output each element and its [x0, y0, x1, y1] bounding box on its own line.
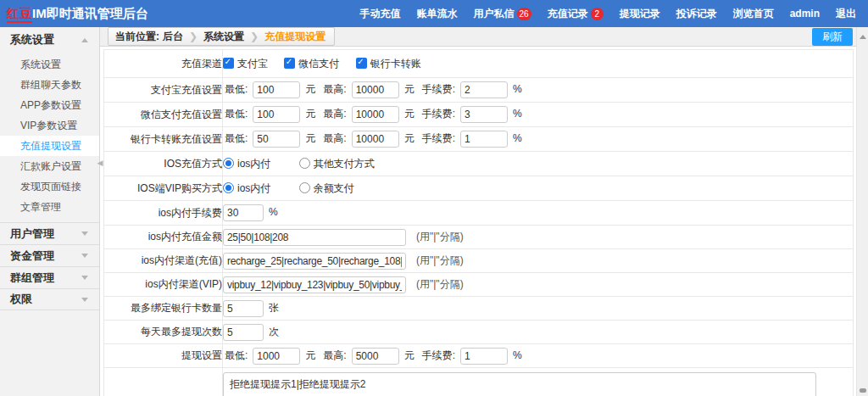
row-reject-withdraw-hint: 拒绝提现提示1|拒绝提现提示2: [104, 368, 854, 396]
sidebar-group-funds-management[interactable]: 资金管理: [0, 244, 99, 266]
wechat-checkbox-option[interactable]: 微信支付: [284, 58, 339, 70]
chevron-down-icon: [81, 254, 88, 258]
sidebar-item-remit-account-settings[interactable]: 汇款账户设置: [0, 156, 99, 176]
row-ios-recharge-mode: IOS充值方式 ios内付 其他支付方式: [104, 152, 854, 176]
chevron-up-icon: [81, 38, 88, 42]
withdraw-max-input[interactable]: [352, 348, 399, 365]
refresh-button[interactable]: 刷新: [812, 28, 853, 46]
top-menu-item-browse-home[interactable]: 浏览首页: [733, 7, 774, 21]
radio-selected-icon[interactable]: [223, 182, 234, 193]
sidebar: 系统设置 系统设置 群组聊天参数 APP参数设置 VIP参数设置 充值提现设置 …: [0, 27, 100, 396]
ios-inapp-radio-option[interactable]: ios内付: [223, 182, 270, 194]
sidebar-group-system-settings[interactable]: 系统设置: [0, 27, 99, 53]
top-menu-item-user-messages[interactable]: 用户私信26: [474, 7, 531, 21]
withdraw-fee-input[interactable]: [460, 348, 508, 365]
row-recharge-channel: 充值渠道 支付宝 微信支付 银行卡转账: [104, 50, 854, 78]
breadcrumb-separator: ❯: [189, 31, 198, 42]
ios-inapp-channel-vip-input[interactable]: [223, 276, 406, 293]
sidebar-item-vip-params[interactable]: VIP参数设置: [0, 115, 99, 136]
balance-payment-radio-option[interactable]: 余额支付: [299, 182, 354, 194]
scrollbar-up-arrow-icon[interactable]: [860, 35, 866, 39]
sidebar-group-permissions[interactable]: 权限: [0, 288, 99, 310]
main-content: 当前位置: 后台 ❯ 系统设置 ❯ 充值提现设置 刷新 充值渠道 支付宝 微信支…: [100, 27, 856, 396]
app-title-rest: IM即时通讯管理后台: [32, 6, 148, 20]
top-menu-item-complaint-records[interactable]: 投诉记录: [676, 7, 717, 21]
max-withdraw-times-input[interactable]: [223, 324, 264, 341]
alipay-max-input[interactable]: [352, 81, 399, 98]
ios-inapp-amounts-input[interactable]: [223, 229, 406, 246]
top-menu-item-manual-recharge[interactable]: 手动充值: [360, 7, 401, 21]
ios-inapp-fee-input[interactable]: [223, 204, 264, 221]
ios-inapp-channel-recharge-input[interactable]: [223, 253, 406, 270]
sidebar-collapse-handle[interactable]: ◀: [95, 153, 105, 173]
wechat-max-input[interactable]: [352, 106, 399, 123]
wechat-min-input[interactable]: [253, 106, 300, 123]
row-ios-inapp-channel-recharge: ios内付渠道(充值) (用"|"分隔): [104, 249, 854, 273]
row-bank-recharge: 银行卡转账充值设置 最低:元最高:元手续费:%: [104, 127, 854, 152]
breadcrumb-item-backend[interactable]: 后台: [163, 30, 183, 44]
max-bank-cards-input[interactable]: [223, 300, 264, 317]
sidebar-group-system-settings-items: 系统设置 群组聊天参数 APP参数设置 VIP参数设置 充值提现设置 汇款账户设…: [0, 53, 99, 222]
ios-inapp-radio-option[interactable]: ios内付: [223, 158, 270, 170]
checkbox-checked-icon[interactable]: [356, 58, 367, 69]
checkbox-checked-icon[interactable]: [284, 58, 295, 69]
field-label: 微信支付充值设置: [104, 103, 223, 127]
breadcrumb-item-current: 充值提现设置: [264, 30, 326, 44]
breadcrumb-separator: ❯: [250, 31, 259, 42]
chevron-down-icon: [81, 231, 88, 236]
top-menu: 手动充值 账单流水 用户私信26 充值记录2 提现记录 投诉记录 浏览首页 ad…: [360, 7, 856, 21]
chevron-down-icon: [81, 276, 88, 280]
breadcrumb-prefix: 当前位置:: [115, 30, 159, 44]
checkbox-checked-icon[interactable]: [223, 58, 234, 69]
field-label: ios内付渠道(充值): [104, 249, 223, 273]
bank-transfer-checkbox-option[interactable]: 银行卡转账: [356, 58, 421, 70]
app-title: 红豆IM即时通讯管理后台: [7, 6, 148, 22]
top-menu-item-withdraw-records[interactable]: 提现记录: [620, 7, 660, 21]
top-menu-item-bill-flow[interactable]: 账单流水: [417, 7, 458, 21]
bank-fee-input[interactable]: [460, 131, 508, 148]
sidebar-item-recharge-withdraw-settings[interactable]: 充值提现设置: [0, 136, 99, 156]
sidebar-item-discover-page-links[interactable]: 发现页面链接: [0, 176, 99, 197]
bank-max-input[interactable]: [352, 131, 399, 148]
bank-min-input[interactable]: [253, 131, 300, 148]
field-label: 每天最多提现次数: [104, 321, 223, 344]
other-payment-radio-option[interactable]: 其他支付方式: [299, 158, 375, 170]
field-label: ios内付充值金额: [104, 226, 223, 249]
breadcrumb-item-system-settings[interactable]: 系统设置: [203, 30, 244, 44]
settings-form: 充值渠道 支付宝 微信支付 银行卡转账 支付宝充值设置 最低:元最高:元手续费:…: [100, 47, 856, 396]
reject-withdraw-hint-textarea[interactable]: 拒绝提现提示1|拒绝提现提示2: [223, 372, 816, 396]
sidebar-group-group-management[interactable]: 群组管理: [0, 266, 99, 288]
sidebar-item-group-chat-params[interactable]: 群组聊天参数: [0, 75, 99, 95]
app-title-brand: 红豆: [7, 6, 32, 23]
sidebar-item-system-settings[interactable]: 系统设置: [0, 54, 99, 75]
sidebar-group-user-management[interactable]: 用户管理: [0, 222, 99, 244]
top-menu-item-logout[interactable]: 退出: [836, 7, 856, 21]
alipay-min-input[interactable]: [253, 81, 300, 98]
field-label: 银行卡转账充值设置: [104, 127, 223, 152]
wechat-fee-input[interactable]: [460, 106, 508, 123]
field-label: 支付宝充值设置: [104, 78, 223, 103]
radio-selected-icon[interactable]: [223, 158, 234, 169]
field-label: IOS端VIP购买方式: [104, 176, 223, 201]
field-label: IOS充值方式: [104, 152, 223, 176]
scrollbar-thumb[interactable]: [860, 388, 866, 393]
field-label: 最多绑定银行卡数量: [104, 297, 223, 321]
top-menu-item-recharge-records[interactable]: 充值记录2: [548, 7, 604, 21]
separator-hint: (用"|"分隔): [416, 254, 464, 266]
top-menu-item-admin[interactable]: admin: [790, 8, 820, 20]
field-label: [104, 368, 223, 396]
row-max-withdraw-times: 每天最多提现次数 次: [104, 321, 854, 344]
radio-unselected-icon[interactable]: [299, 182, 310, 193]
field-label: ios内付渠道(VIP): [104, 273, 223, 297]
sidebar-item-app-params[interactable]: APP参数设置: [0, 95, 99, 115]
withdraw-min-input[interactable]: [253, 348, 300, 365]
sidebar-item-article-management[interactable]: 文章管理: [0, 197, 99, 217]
top-header: 红豆IM即时通讯管理后台 手动充值 账单流水 用户私信26 充值记录2 提现记录…: [0, 0, 868, 27]
alipay-fee-input[interactable]: [460, 81, 508, 98]
field-label: 提现设置: [104, 344, 223, 368]
scrollbar[interactable]: [856, 27, 868, 396]
row-withdraw-settings: 提现设置 最低:元最高:元手续费:%: [104, 344, 854, 368]
alipay-checkbox-option[interactable]: 支付宝: [223, 58, 268, 70]
row-ios-inapp-channel-vip: ios内付渠道(VIP) (用"|"分隔): [104, 273, 854, 297]
radio-unselected-icon[interactable]: [299, 158, 310, 169]
